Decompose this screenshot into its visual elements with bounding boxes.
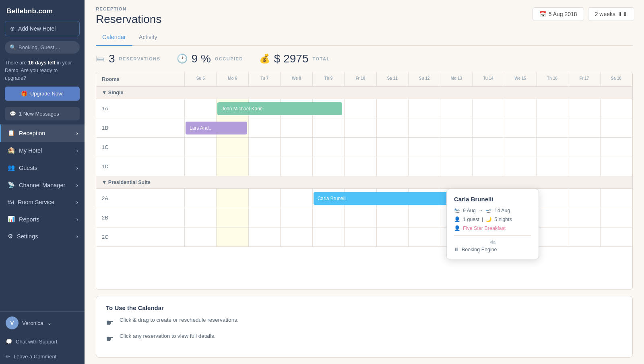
cell-1D-11[interactable]	[377, 157, 409, 176]
cell-1C-11[interactable]	[377, 138, 409, 157]
cell-1D-17[interactable]	[568, 157, 600, 176]
cell-2B-9[interactable]	[313, 208, 345, 228]
cell-1B-17[interactable]	[568, 118, 600, 138]
cell-1D-14[interactable]	[473, 157, 504, 176]
cell-1A-6[interactable]: John Michael Kane	[217, 99, 248, 118]
cell-2C-11[interactable]	[377, 228, 409, 247]
reservation-bar-john[interactable]: John Michael Kane	[217, 102, 342, 115]
cell-2B-10[interactable]	[345, 208, 376, 228]
cell-1D-8[interactable]	[281, 157, 312, 176]
add-hotel-button[interactable]: ⊕ Add New Hotel	[5, 21, 80, 36]
cell-1B-16[interactable]	[537, 118, 568, 138]
chat-support-button[interactable]: 💭 Chat with Support	[0, 334, 85, 349]
cell-1D-13[interactable]	[440, 157, 472, 176]
cell-1C-10[interactable]	[345, 138, 376, 157]
cell-1B-15[interactable]	[504, 118, 536, 138]
tab-calendar[interactable]: Calendar	[96, 30, 132, 46]
cell-2B-6[interactable]	[217, 208, 248, 228]
cell-1C-9[interactable]	[313, 138, 345, 157]
cell-1A-18[interactable]	[601, 99, 632, 118]
cell-1A-17[interactable]	[568, 99, 600, 118]
cell-1B-5[interactable]: Lars And...	[185, 118, 217, 138]
cell-1B-13[interactable]	[440, 118, 472, 138]
cell-2C-7[interactable]	[249, 228, 281, 247]
user-menu[interactable]: V Veronica ⌄	[0, 312, 85, 334]
sidebar-item-reports[interactable]: 📊 Reports ›	[0, 211, 85, 228]
cell-1D-12[interactable]	[409, 157, 440, 176]
cell-1D-6[interactable]	[217, 157, 248, 176]
cell-2B-16[interactable]	[537, 208, 568, 228]
cell-1A-10[interactable]	[345, 99, 376, 118]
cell-2A-16[interactable]	[537, 189, 568, 208]
cell-1B-8[interactable]	[281, 118, 312, 138]
cell-2C-10[interactable]	[345, 228, 376, 247]
cell-2A-9[interactable]: Carla Brunelli	[313, 189, 345, 208]
upgrade-button[interactable]: 🎁 Upgrade Now!	[5, 87, 80, 101]
cell-1C-18[interactable]	[601, 138, 632, 157]
cell-1A-13[interactable]	[440, 99, 472, 118]
cell-2A-8[interactable]	[281, 189, 312, 208]
cell-1B-11[interactable]	[377, 118, 409, 138]
cell-1B-12[interactable]	[409, 118, 440, 138]
cell-1D-9[interactable]	[313, 157, 345, 176]
sidebar-item-channel-manager[interactable]: 📡 Channel Manager ›	[0, 176, 85, 194]
cell-2B-8[interactable]	[281, 208, 312, 228]
cell-2B-18[interactable]	[601, 208, 632, 228]
sidebar-item-reception[interactable]: 📋 Reception ›	[0, 124, 85, 142]
reservation-bar-lars[interactable]: Lars And...	[186, 122, 247, 134]
cell-2A-7[interactable]	[249, 189, 281, 208]
cell-1D-10[interactable]	[345, 157, 376, 176]
cell-2C-17[interactable]	[568, 228, 600, 247]
cell-2B-7[interactable]	[249, 208, 281, 228]
cell-1C-16[interactable]	[537, 138, 568, 157]
calendar-wrapper[interactable]: RoomsSu 5Mo 6Tu 7We 8Th 9Fr 10Sa 11Su 12…	[96, 72, 633, 290]
cell-1A-11[interactable]	[377, 99, 409, 118]
cell-1C-17[interactable]	[568, 138, 600, 157]
cell-1A-5[interactable]	[185, 99, 217, 118]
date-picker-button[interactable]: 📅 5 Aug 2018	[533, 7, 584, 21]
cell-1C-12[interactable]	[409, 138, 440, 157]
cell-1D-18[interactable]	[601, 157, 632, 176]
cell-2C-5[interactable]	[185, 228, 217, 247]
sidebar-item-guests[interactable]: 👥 Guests ›	[0, 159, 85, 176]
cell-1A-14[interactable]	[473, 99, 504, 118]
cell-2C-6[interactable]	[217, 228, 248, 247]
cell-2C-8[interactable]	[281, 228, 312, 247]
cell-2B-17[interactable]	[568, 208, 600, 228]
cell-2A-17[interactable]	[568, 189, 600, 208]
cell-1A-15[interactable]	[504, 99, 536, 118]
sidebar-item-my-hotel[interactable]: 🏨 My Hotel ›	[0, 142, 85, 159]
cell-1B-14[interactable]	[473, 118, 504, 138]
leave-comment-button[interactable]: ✏ Leave a Comment	[0, 349, 85, 364]
cell-2C-12[interactable]	[409, 228, 440, 247]
cell-1B-18[interactable]	[601, 118, 632, 138]
cell-2B-12[interactable]	[409, 208, 440, 228]
cell-1D-15[interactable]	[504, 157, 536, 176]
week-selector-button[interactable]: 2 weeks ⬆⬇	[588, 7, 634, 21]
cell-2C-9[interactable]	[313, 228, 345, 247]
cell-1C-6[interactable]	[217, 138, 248, 157]
cell-1B-9[interactable]	[313, 118, 345, 138]
cell-1C-5[interactable]	[185, 138, 217, 157]
cell-2C-18[interactable]	[601, 228, 632, 247]
cell-2A-5[interactable]	[185, 189, 217, 208]
cell-1C-14[interactable]	[473, 138, 504, 157]
cell-1C-7[interactable]	[249, 138, 281, 157]
cell-2A-6[interactable]	[217, 189, 248, 208]
sidebar-item-settings[interactable]: ⚙ Settings ›	[0, 228, 85, 245]
cell-2B-11[interactable]	[377, 208, 409, 228]
tab-activity[interactable]: Activity	[132, 30, 164, 46]
new-messages-button[interactable]: 💬 1 New Messages	[5, 107, 80, 120]
cell-1D-16[interactable]	[537, 157, 568, 176]
cell-1D-5[interactable]	[185, 157, 217, 176]
sidebar-item-room-service[interactable]: 🍽 Room Service ›	[0, 194, 85, 211]
cell-2B-5[interactable]	[185, 208, 217, 228]
cell-2C-16[interactable]	[537, 228, 568, 247]
cell-1D-7[interactable]	[249, 157, 281, 176]
cell-1B-7[interactable]	[249, 118, 281, 138]
cell-1C-8[interactable]	[281, 138, 312, 157]
cell-1C-13[interactable]	[440, 138, 472, 157]
cell-2A-18[interactable]	[601, 189, 632, 208]
search-bar[interactable]: 🔍 Booking, Guest,...	[5, 41, 80, 54]
cell-1C-15[interactable]	[504, 138, 536, 157]
